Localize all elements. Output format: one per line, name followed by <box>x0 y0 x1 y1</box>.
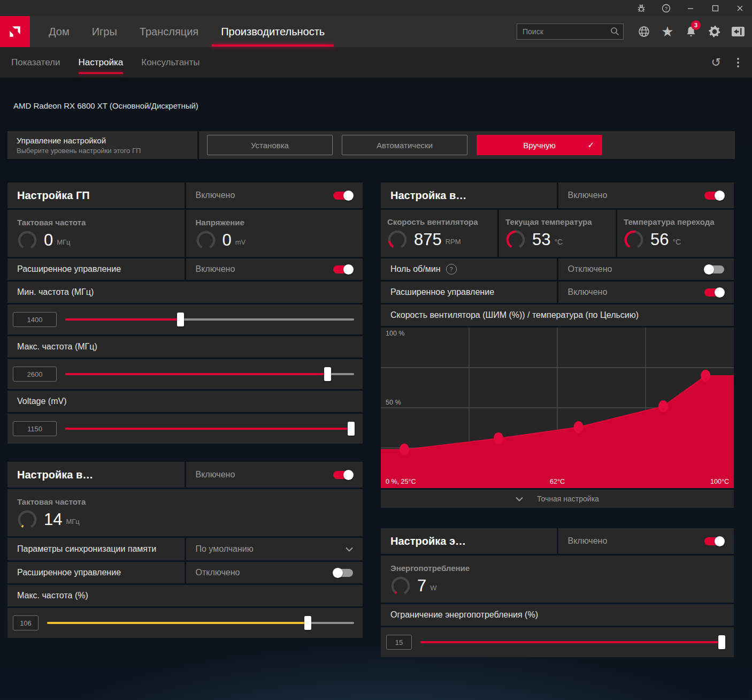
subtab-tuning[interactable]: Настройка <box>70 47 133 78</box>
vram-advanced-label: Расширенное управление <box>17 568 121 577</box>
minimize-icon[interactable] <box>678 0 703 16</box>
search-icon <box>610 27 619 36</box>
slider-handle[interactable] <box>177 313 184 326</box>
fan-tuning-toggle[interactable] <box>704 192 724 200</box>
min-freq-slider[interactable] <box>65 318 354 321</box>
fine-tuning-expander[interactable]: Точная настройка <box>381 490 734 508</box>
voltage-slider[interactable] <box>65 428 354 430</box>
power-tuning-toggle[interactable] <box>704 537 724 545</box>
vram-tuning-panel: Настройка в… Включено Тактовая частота 1… <box>7 462 363 638</box>
power-limit-slider-row: 15 <box>381 627 734 657</box>
auto-mode-button[interactable]: Автоматически <box>342 135 467 155</box>
gauge-icon <box>196 230 216 250</box>
power-limit-value[interactable]: 15 <box>386 635 412 650</box>
vram-tuning-toggle[interactable] <box>333 471 353 479</box>
voltage-value[interactable]: 1150 <box>13 421 57 436</box>
tuning-control-info: Управление настройкой Выберите уровень н… <box>7 131 197 159</box>
gauge-icon <box>387 230 408 250</box>
tab-games[interactable]: Игры <box>81 16 128 47</box>
vram-max-freq-value[interactable]: 106 <box>13 615 39 630</box>
right-column: Настройка в… Включено Скорость вентилято… <box>381 182 734 657</box>
gauge-icon <box>17 230 37 250</box>
gpu-advanced-toggle[interactable] <box>333 265 353 273</box>
svg-text:?: ? <box>664 5 667 11</box>
nav-tabs: Дом Игры Трансляция Производительность <box>37 16 336 47</box>
tab-streaming[interactable]: Трансляция <box>128 16 210 47</box>
tuning-mode-buttons: Установка Автоматически Вручную ✓ <box>199 131 735 159</box>
bell-icon[interactable]: 3 <box>679 16 703 47</box>
chevron-down-icon <box>346 547 353 552</box>
min-freq-label: Мин. частота (МГц) <box>17 287 94 297</box>
memory-timing-label: Параметры синхронизации памяти <box>17 544 156 554</box>
max-freq-value[interactable]: 2600 <box>13 367 57 382</box>
star-icon[interactable]: ★ <box>656 16 679 47</box>
tuning-control-strip: Управление настройкой Выберите уровень н… <box>7 131 735 159</box>
min-freq-value[interactable]: 1400 <box>13 312 57 327</box>
zero-rpm-toggle[interactable] <box>704 265 724 273</box>
kebab-menu-icon[interactable] <box>737 58 739 67</box>
memory-timing-dropdown[interactable]: По умолчанию <box>186 538 363 560</box>
power-panel-title: Настройка э… <box>390 535 466 547</box>
junction-temp-stat: Температура перехода 56 °C <box>617 210 734 257</box>
collapse-panel-icon[interactable] <box>726 16 750 47</box>
slider-handle[interactable] <box>718 635 725 649</box>
performance-subnav: Показатели Настройка Консультанты ↺ <box>0 47 752 78</box>
help-circle-icon[interactable]: ? <box>446 264 457 275</box>
voltage-slider-row: 1150 <box>7 414 363 444</box>
search-input[interactable] <box>517 24 624 40</box>
subtab-metrics[interactable]: Показатели <box>2 47 70 78</box>
tuning-control-title: Управление настройкой <box>17 136 197 145</box>
tuning-control-subtitle: Выберите уровень настройки этого ГП <box>17 147 197 155</box>
globe-icon[interactable] <box>632 16 656 47</box>
zero-rpm-label: Ноль об/мин <box>390 264 441 274</box>
vram-clock-stat: Тактовая частота 14 МГц <box>7 489 363 536</box>
fan-advanced-label: Расширенное управление <box>390 287 494 297</box>
nav-icon-group: ★ 3 <box>632 16 750 47</box>
fan-advanced-toggle[interactable] <box>704 288 724 296</box>
tab-performance[interactable]: Производительность <box>210 16 336 47</box>
manual-mode-button[interactable]: Вручную ✓ <box>477 135 602 155</box>
tab-home[interactable]: Дом <box>37 16 81 47</box>
search-box <box>517 24 624 40</box>
maximize-icon[interactable] <box>703 0 727 16</box>
fan-tuning-panel: Настройка в… Включено Скорость вентилято… <box>381 182 734 508</box>
gpu-name-label: AMD Radeon RX 6800 XT (Основной/Дискретн… <box>13 101 198 110</box>
slider-handle[interactable] <box>348 422 355 436</box>
vram-advanced-toggle[interactable] <box>333 569 353 577</box>
max-freq-slider[interactable] <box>65 373 354 375</box>
vram-max-freq-slider[interactable] <box>47 622 354 624</box>
voltage-label: Voltage (mV) <box>17 397 66 406</box>
gauge-icon <box>17 509 37 530</box>
gpu-panel-title: Настройка ГП <box>17 189 90 202</box>
subnav-actions: ↺ <box>711 47 739 78</box>
gear-icon[interactable] <box>703 16 726 47</box>
power-limit-slider[interactable] <box>420 641 725 643</box>
reset-icon[interactable]: ↺ <box>711 57 721 69</box>
window-titlebar: ? <box>0 0 752 16</box>
preset-mode-button[interactable]: Установка <box>207 135 333 155</box>
gpu-voltage-stat: Напряжение 0 mV <box>186 210 363 257</box>
help-icon[interactable]: ? <box>654 0 678 16</box>
vram-panel-title: Настройка в… <box>17 469 93 481</box>
fan-panel-title: Настройка в… <box>390 189 466 202</box>
close-icon[interactable] <box>727 0 752 16</box>
slider-handle[interactable] <box>324 367 331 381</box>
max-freq-slider-row: 2600 <box>7 359 363 389</box>
amd-logo[interactable] <box>0 16 30 47</box>
check-icon: ✓ <box>587 140 594 150</box>
gpu-clock-stat: Тактовая частота 0 МГц <box>7 210 185 257</box>
gpu-panel-status: Включено <box>196 191 235 200</box>
gpu-tuning-toggle[interactable] <box>333 192 353 200</box>
gauge-icon <box>390 576 411 596</box>
power-limit-label: Ограничение энергопотребления (%) <box>390 610 538 620</box>
main-navbar: Дом Игры Трансляция Производительность ★… <box>0 16 752 47</box>
fan-curve-chart[interactable]: 100 % 50 % 0 %, 25°C 62°C 100°C <box>381 328 734 488</box>
subtab-advisors[interactable]: Консультанты <box>132 47 209 78</box>
gpu-advanced-label: Расширенное управление <box>17 264 121 274</box>
tuning-content: AMD Radeon RX 6800 XT (Основной/Дискретн… <box>0 78 752 700</box>
gauge-icon <box>624 230 644 250</box>
max-freq-label: Макс. частота (МГц) <box>17 342 97 352</box>
current-temp-stat: Текущая температура 53 °C <box>499 210 616 257</box>
slider-handle[interactable] <box>304 616 311 630</box>
bug-report-icon[interactable] <box>629 0 654 16</box>
